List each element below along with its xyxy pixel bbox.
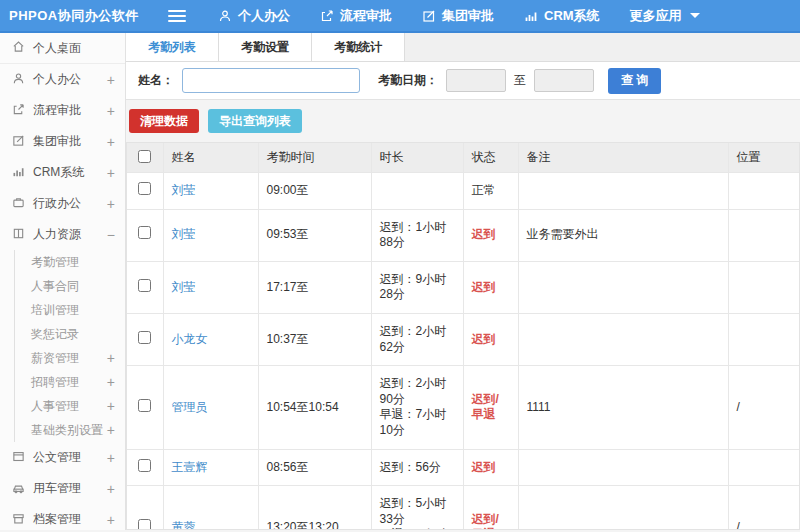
expand-plus-icon[interactable]: + (107, 350, 115, 366)
row-checkbox[interactable] (138, 279, 151, 292)
nav-workflow-approval[interactable]: 流程审批 (320, 7, 392, 25)
tab-attendance-list[interactable]: 考勤列表 (126, 33, 219, 61)
query-button[interactable]: 查 询 (608, 68, 661, 94)
location-cell: / (728, 486, 799, 530)
sidebar-item-archive-management[interactable]: 档案管理 + (0, 504, 125, 530)
sidebar-subitem-training-management[interactable]: 培训管理 (15, 298, 125, 322)
expand-plus-icon[interactable]: + (107, 398, 115, 414)
menu-toggle-button[interactable] (168, 10, 186, 22)
nav-more-apps[interactable]: 更多应用 (630, 7, 700, 25)
expand-plus-icon[interactable]: + (107, 512, 115, 528)
employee-name-link[interactable]: 王壹辉 (172, 460, 208, 474)
sidebar-item-admin-office[interactable]: 行政办公 + (0, 188, 125, 219)
sidebar-subitem-salary-management[interactable]: 薪资管理+ (15, 346, 125, 370)
export-list-button[interactable]: 导出查询列表 (208, 109, 302, 133)
note-cell (518, 486, 728, 530)
expand-plus-icon[interactable]: + (107, 72, 115, 88)
employee-name-link[interactable]: 刘莹 (172, 280, 196, 294)
employee-name-link[interactable]: 管理员 (172, 400, 208, 414)
to-label: 至 (514, 72, 526, 89)
attendance-time: 13:20至13:20 (258, 486, 371, 530)
search-form: 姓名： 考勤日期： 至 查 询 (126, 62, 800, 100)
attendance-time: 09:53至 (258, 209, 371, 261)
tab-bar: 考勤列表 考勤设置 考勤统计 (126, 33, 800, 62)
row-checkbox[interactable] (138, 331, 151, 344)
status-badge: 迟到 (472, 280, 496, 294)
status-badge: 迟到 (472, 332, 496, 346)
sidebar-item-personal-desktop[interactable]: 个人桌面 (0, 33, 125, 64)
sidebar-subitem-attendance-management[interactable]: 考勤管理 (15, 250, 125, 274)
book-icon (12, 227, 25, 243)
sidebar-item-group-approval[interactable]: 集团审批 + (0, 126, 125, 157)
location-cell (728, 449, 799, 486)
sidebar-item-personal-office[interactable]: 个人办公 + (0, 64, 125, 95)
attendance-time: 10:54至10:54 (258, 366, 371, 449)
note-cell: 1111 (518, 366, 728, 449)
employee-name-link[interactable]: 刘莹 (172, 183, 196, 197)
location-cell (728, 313, 799, 365)
sidebar-item-vehicle-management[interactable]: 用车管理 + (0, 473, 125, 504)
expand-plus-icon[interactable]: + (107, 134, 115, 150)
table-row: 管理员 10:54至10:54 迟到：2小时90分早退：7小时10分 迟到/早退… (127, 366, 799, 449)
row-checkbox[interactable] (138, 226, 151, 239)
collapse-minus-icon[interactable]: − (107, 227, 115, 243)
row-checkbox[interactable] (138, 459, 151, 472)
workflow-icon (12, 103, 25, 119)
name-input[interactable] (182, 68, 360, 93)
expand-plus-icon[interactable]: + (107, 450, 115, 466)
sidebar-subitem-recruitment-management[interactable]: 招聘管理+ (15, 370, 125, 394)
name-label: 姓名： (138, 72, 174, 89)
employee-name-link[interactable]: 刘莹 (172, 227, 196, 241)
attendance-time: 08:56至 (258, 449, 371, 486)
nav-personal-office[interactable]: 个人办公 (218, 7, 290, 25)
nav-crm-system[interactable]: CRM系统 (524, 7, 600, 25)
expand-plus-icon[interactable]: + (107, 196, 115, 212)
note-cell (518, 313, 728, 365)
sidebar-subitem-personnel-management[interactable]: 人事管理+ (15, 394, 125, 418)
tab-attendance-statistics[interactable]: 考勤统计 (312, 33, 405, 61)
row-checkbox[interactable] (138, 399, 151, 412)
expand-plus-icon[interactable]: + (107, 165, 115, 181)
select-all-checkbox[interactable] (138, 150, 151, 163)
header-duration: 时长 (371, 143, 463, 173)
clean-data-button[interactable]: 清理数据 (129, 109, 199, 133)
header-status: 状态 (463, 143, 518, 173)
sidebar-subitem-personnel-contract[interactable]: 人事合同 (15, 274, 125, 298)
sidebar-item-crm-system[interactable]: CRM系统 + (0, 157, 125, 188)
location-cell (728, 261, 799, 313)
nav-group-approval[interactable]: 集团审批 (422, 7, 494, 25)
expand-plus-icon[interactable]: + (107, 481, 115, 497)
table-row: 刘莹 09:00至 正常 (127, 173, 799, 210)
expand-plus-icon[interactable]: + (107, 422, 115, 438)
status-badge: 迟到/早退 (472, 512, 499, 530)
briefcase-icon (12, 196, 25, 212)
table-row: 王壹辉 08:56至 迟到：56分 迟到 (127, 449, 799, 486)
note-cell: 业务需要外出 (518, 209, 728, 261)
sidebar-subitem-base-category-settings[interactable]: 基础类别设置+ (15, 418, 125, 442)
expand-plus-icon[interactable]: + (107, 103, 115, 119)
date-to-input[interactable] (534, 69, 594, 92)
sidebar-item-workflow-approval[interactable]: 流程审批 + (0, 95, 125, 126)
row-checkbox[interactable] (138, 182, 151, 195)
chart-icon (12, 165, 25, 181)
sidebar-hr-submenu: 考勤管理 人事合同 培训管理 奖惩记录 薪资管理+ 招聘管理+ 人事管理+ 基础… (14, 250, 125, 442)
employee-name-link[interactable]: 小龙女 (172, 332, 208, 346)
sidebar: 个人桌面 个人办公 + 流程审批 + 集团审批 + CRM系统 + 行政办公 + (0, 33, 126, 530)
user-icon (218, 9, 232, 23)
table-row: 刘莹 17:17至 迟到：9小时28分 迟到 (127, 261, 799, 313)
top-navigation: 个人办公 流程审批 集团审批 CRM系统 更多应用 (218, 7, 700, 25)
sidebar-subitem-reward-punishment[interactable]: 奖惩记录 (15, 322, 125, 346)
date-label: 考勤日期： (378, 72, 438, 89)
tab-attendance-settings[interactable]: 考勤设置 (219, 33, 312, 61)
action-bar: 清理数据 导出查询列表 (126, 100, 800, 142)
expand-plus-icon[interactable]: + (107, 374, 115, 390)
status-badge: 正常 (472, 183, 496, 197)
employee-name-link[interactable]: 黄蓉 (172, 520, 196, 530)
row-checkbox[interactable] (138, 519, 151, 530)
car-icon (12, 481, 25, 497)
location-cell (728, 173, 799, 210)
sidebar-item-human-resources[interactable]: 人力资源 − (0, 219, 125, 250)
main-content: 考勤列表 考勤设置 考勤统计 姓名： 考勤日期： 至 查 询 清理数据 导出查询… (126, 33, 800, 530)
date-from-input[interactable] (446, 69, 506, 92)
sidebar-item-document-management[interactable]: 公文管理 + (0, 442, 125, 473)
